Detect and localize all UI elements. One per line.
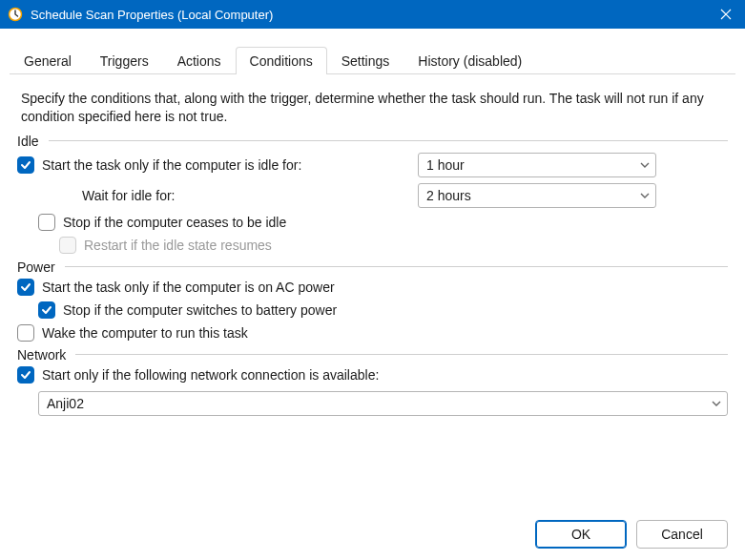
cancel-button[interactable]: Cancel [636,520,728,549]
ok-button-label: OK [571,527,590,542]
cancel-button-label: Cancel [661,527,703,542]
group-network: Network [17,347,728,363]
divider [49,140,728,141]
checkbox-wake-computer[interactable] [17,324,34,342]
label-stop-on-battery: Stop if the computer switches to battery… [63,302,337,318]
panel-description: Specify the conditions that, along with … [21,90,724,126]
label-start-if-idle: Start the task only if the computer is i… [42,157,301,173]
group-idle: Idle [17,134,728,149]
close-icon [720,9,732,20]
group-idle-label: Idle [17,134,39,149]
select-wait-duration[interactable]: 2 hours [418,183,656,208]
tab-actions[interactable]: Actions [163,47,236,74]
checkbox-on-ac-power[interactable] [17,279,34,296]
ok-button[interactable]: OK [535,520,627,549]
tab-history[interactable]: History (disabled) [404,47,536,74]
chevron-down-icon [640,188,650,203]
label-wake-computer: Wake the computer to run this task [42,325,248,341]
select-wait-duration-value: 2 hours [426,188,471,203]
chevron-down-icon [640,157,650,173]
titlebar: Schedule Scan Properties (Local Computer… [0,0,745,29]
select-network-connection[interactable]: Anji02 [38,391,728,416]
clock-icon [8,7,23,22]
divider [75,354,728,355]
select-network-connection-value: Anji02 [47,396,84,411]
checkbox-network-available[interactable] [17,366,34,384]
checkbox-stop-if-ceases-idle[interactable] [38,214,55,231]
checkbox-restart-idle [59,237,76,254]
label-restart-idle: Restart if the idle state resumes [84,238,272,253]
checkbox-start-if-idle[interactable] [17,156,34,174]
label-stop-if-ceases-idle: Stop if the computer ceases to be idle [63,215,286,230]
select-idle-duration-value: 1 hour [426,157,465,173]
tabstrip: General Triggers Actions Conditions Sett… [0,29,745,73]
tab-settings[interactable]: Settings [327,47,404,74]
conditions-panel: Specify the conditions that, along with … [0,74,745,431]
label-network-available: Start only if the following network conn… [42,367,379,383]
group-power: Power [17,259,728,275]
label-wait-for-idle: Wait for idle for: [82,188,176,203]
dialog-footer: OK Cancel [535,520,728,549]
select-idle-duration[interactable]: 1 hour [418,153,656,177]
group-network-label: Network [17,347,66,363]
divider [65,266,728,267]
label-on-ac-power: Start the task only if the computer is o… [42,280,335,295]
checkbox-stop-on-battery[interactable] [38,301,55,319]
tab-general[interactable]: General [10,47,86,74]
tab-triggers[interactable]: Triggers [86,47,163,74]
group-power-label: Power [17,259,55,275]
close-button[interactable] [707,0,745,29]
window-title: Schedule Scan Properties (Local Computer… [31,8,707,22]
chevron-down-icon [712,396,721,411]
tab-conditions[interactable]: Conditions [236,47,327,74]
